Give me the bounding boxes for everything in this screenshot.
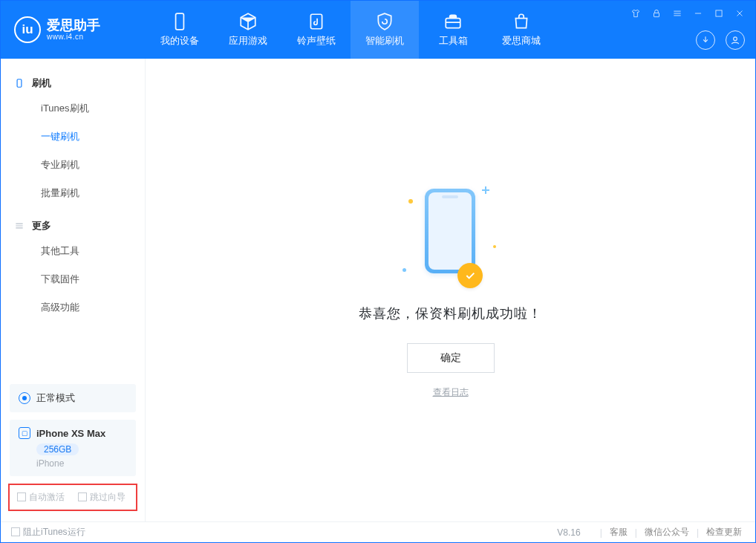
tab-label: 应用游戏 bbox=[229, 34, 267, 48]
sidebar-item-other-tools[interactable]: 其他工具 bbox=[1, 237, 145, 265]
brand-logo-icon: iu bbox=[14, 16, 41, 43]
device-capacity: 256GB bbox=[36, 443, 79, 455]
ok-button[interactable]: 确定 bbox=[407, 343, 495, 373]
sidebar-section-more: 更多 其他工具 下载固件 高级功能 bbox=[1, 215, 145, 322]
music-file-icon bbox=[307, 12, 326, 31]
sidebar-item-download-firmware[interactable]: 下载固件 bbox=[1, 265, 145, 293]
sidebar-item-pro-flash[interactable]: 专业刷机 bbox=[1, 151, 145, 179]
download-button[interactable] bbox=[696, 30, 715, 50]
tab-ringtone-wallpaper[interactable]: 铃声壁纸 bbox=[282, 1, 351, 59]
lock-icon[interactable] bbox=[650, 8, 663, 19]
tab-label: 工具箱 bbox=[439, 34, 468, 48]
minimize-button[interactable] bbox=[691, 8, 705, 19]
brand-name: 爱思助手 bbox=[47, 19, 100, 33]
sidebar-bottom: 正常模式 ▢ iPhone XS Max 256GB iPhone 自动激活 跳… bbox=[1, 384, 145, 521]
version-label: V8.16 bbox=[557, 527, 580, 538]
header-toolbar: iu 爱思助手 www.i4.cn 我的设备 应用游戏 铃声壁纸 智能刷机 工具… bbox=[1, 1, 755, 59]
brand: iu 爱思助手 www.i4.cn bbox=[1, 1, 146, 59]
maximize-button[interactable] bbox=[712, 8, 726, 19]
mode-dot-icon bbox=[19, 392, 30, 404]
svg-rect-6 bbox=[17, 79, 22, 88]
tab-label: 铃声壁纸 bbox=[297, 34, 336, 48]
tab-label: 爱思商城 bbox=[502, 34, 541, 48]
sidebar-item-batch-flash[interactable]: 批量刷机 bbox=[1, 179, 145, 207]
sidebar-item-onekey-flash[interactable]: 一键刷机 bbox=[1, 123, 145, 151]
status-bar: 阻止iTunes运行 V8.16 | 客服 | 微信公众号 | 检查更新 bbox=[1, 521, 755, 542]
device-model: iPhone bbox=[36, 458, 127, 469]
menu-icon[interactable] bbox=[671, 8, 684, 19]
nav-tabs: 我的设备 应用游戏 铃声壁纸 智能刷机 工具箱 爱思商城 bbox=[146, 1, 555, 59]
svg-rect-0 bbox=[176, 13, 184, 30]
options-highlight: 自动激活 跳过向导 bbox=[8, 484, 137, 511]
sidebar-title-more: 更多 bbox=[1, 215, 145, 237]
svg-rect-2 bbox=[446, 19, 460, 28]
tab-label: 智能刷机 bbox=[365, 34, 404, 48]
sparkle-icon bbox=[403, 268, 406, 272]
device-icon: ▢ bbox=[19, 427, 30, 439]
cube-icon bbox=[238, 12, 258, 31]
check-update-link[interactable]: 检查更新 bbox=[706, 526, 742, 539]
shield-refresh-icon bbox=[375, 12, 394, 31]
account-button[interactable] bbox=[726, 30, 745, 50]
body: 刷机 iTunes刷机 一键刷机 专业刷机 批量刷机 更多 其他工具 下载固件 … bbox=[1, 59, 755, 521]
view-log-link[interactable]: 查看日志 bbox=[433, 386, 469, 399]
tab-store[interactable]: 爱思商城 bbox=[487, 1, 555, 59]
brand-url: www.i4.cn bbox=[47, 33, 100, 41]
window-controls bbox=[629, 8, 746, 19]
svg-rect-1 bbox=[310, 14, 322, 29]
svg-point-5 bbox=[734, 37, 737, 41]
device-card[interactable]: ▢ iPhone XS Max 256GB iPhone bbox=[10, 420, 136, 476]
list-icon bbox=[14, 221, 25, 231]
sidebar-item-itunes-flash[interactable]: iTunes刷机 bbox=[1, 94, 145, 123]
tab-apps-games[interactable]: 应用游戏 bbox=[214, 1, 282, 59]
bag-icon bbox=[512, 12, 531, 31]
wechat-link[interactable]: 微信公众号 bbox=[645, 526, 689, 539]
support-link[interactable]: 客服 bbox=[610, 526, 628, 539]
device-name: iPhone XS Max bbox=[36, 428, 105, 439]
success-illustration bbox=[395, 181, 506, 285]
success-check-badge-icon bbox=[457, 263, 483, 288]
sidebar-title-flash: 刷机 bbox=[1, 72, 145, 94]
device-outline-icon bbox=[14, 78, 25, 88]
shirt-icon[interactable] bbox=[629, 8, 642, 19]
tab-smart-flash[interactable]: 智能刷机 bbox=[351, 1, 419, 59]
sparkle-icon bbox=[408, 199, 413, 204]
success-message: 恭喜您，保资料刷机成功啦！ bbox=[359, 305, 542, 322]
mode-card[interactable]: 正常模式 bbox=[10, 384, 136, 412]
mode-label: 正常模式 bbox=[36, 391, 75, 405]
toolbox-icon bbox=[443, 12, 463, 31]
sparkle-icon bbox=[493, 245, 496, 248]
tab-label: 我的设备 bbox=[160, 34, 199, 48]
phone-icon bbox=[170, 12, 189, 31]
checkbox-skip-guide[interactable]: 跳过向导 bbox=[78, 491, 126, 504]
phone-illustration-icon bbox=[425, 189, 475, 273]
checkbox-block-itunes[interactable]: 阻止iTunes运行 bbox=[11, 526, 85, 539]
sidebar: 刷机 iTunes刷机 一键刷机 专业刷机 批量刷机 更多 其他工具 下载固件 … bbox=[1, 59, 146, 521]
tab-toolbox[interactable]: 工具箱 bbox=[419, 1, 487, 59]
checkbox-auto-activate[interactable]: 自动激活 bbox=[17, 491, 65, 504]
svg-rect-4 bbox=[716, 10, 722, 16]
svg-rect-3 bbox=[654, 13, 659, 16]
close-button[interactable] bbox=[733, 8, 746, 19]
tab-my-device[interactable]: 我的设备 bbox=[146, 1, 214, 59]
sidebar-item-advanced[interactable]: 高级功能 bbox=[1, 293, 145, 322]
sidebar-section-flash: 刷机 iTunes刷机 一键刷机 专业刷机 批量刷机 bbox=[1, 72, 145, 207]
main-content: 恭喜您，保资料刷机成功啦！ 确定 查看日志 bbox=[146, 59, 755, 521]
header-actions bbox=[696, 30, 745, 50]
